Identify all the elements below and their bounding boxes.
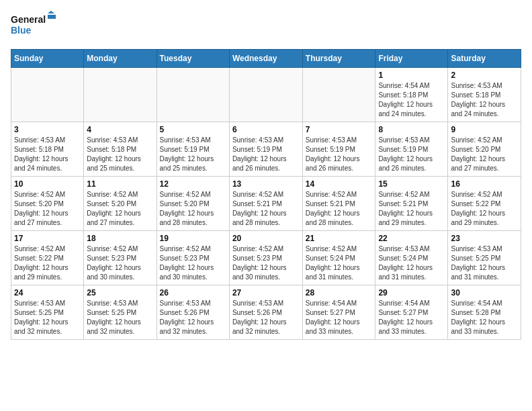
day-number: 15 [378,179,445,189]
calendar-cell: 1Sunrise: 4:54 AMSunset: 5:18 PMDaylight… [375,68,448,122]
day-number: 23 [451,234,518,243]
day-number: 3 [14,125,81,134]
day-info: Sunrise: 4:53 AMSunset: 5:18 PMDaylight:… [87,136,153,173]
day-number: 17 [14,234,81,243]
weekday-header-wednesday: Wednesday [229,50,302,68]
calendar-cell: 21Sunrise: 4:52 AMSunset: 5:24 PMDayligh… [302,231,375,285]
day-info: Sunrise: 4:53 AMSunset: 5:19 PMDaylight:… [378,136,445,173]
day-number: 24 [14,288,81,298]
day-info: Sunrise: 4:52 AMSunset: 5:22 PMDaylight:… [451,190,518,228]
day-info: Sunrise: 4:52 AMSunset: 5:22 PMDaylight:… [14,244,81,282]
calendar-cell: 11Sunrise: 4:52 AMSunset: 5:20 PMDayligh… [84,177,157,231]
page-header: General Blue [11,11,521,41]
day-info: Sunrise: 4:53 AMSunset: 5:24 PMDaylight:… [378,244,445,282]
day-number: 5 [160,125,226,134]
day-number: 7 [306,125,373,134]
logo: General Blue [11,11,58,41]
calendar-cell: 9Sunrise: 4:52 AMSunset: 5:20 PMDaylight… [448,122,521,177]
calendar-cell: 3Sunrise: 4:53 AMSunset: 5:18 PMDaylight… [11,122,84,177]
calendar-cell: 24Sunrise: 4:53 AMSunset: 5:25 PMDayligh… [11,285,84,340]
day-number: 18 [87,234,153,243]
calendar-cell: 13Sunrise: 4:52 AMSunset: 5:21 PMDayligh… [229,177,302,231]
calendar-cell: 18Sunrise: 4:52 AMSunset: 5:23 PMDayligh… [84,231,157,285]
weekday-header-saturday: Saturday [448,50,521,68]
day-info: Sunrise: 4:52 AMSunset: 5:23 PMDaylight:… [160,244,226,282]
day-number: 6 [232,125,300,134]
day-info: Sunrise: 4:53 AMSunset: 5:26 PMDaylight:… [160,299,226,336]
day-info: Sunrise: 4:53 AMSunset: 5:18 PMDaylight:… [14,136,81,173]
logo-svg: General Blue [11,11,58,41]
day-info: Sunrise: 4:52 AMSunset: 5:23 PMDaylight:… [232,244,300,282]
calendar-cell: 27Sunrise: 4:53 AMSunset: 5:26 PMDayligh… [229,285,302,340]
day-info: Sunrise: 4:53 AMSunset: 5:19 PMDaylight:… [232,136,300,173]
day-info: Sunrise: 4:53 AMSunset: 5:25 PMDaylight:… [451,244,518,282]
calendar-cell: 8Sunrise: 4:53 AMSunset: 5:19 PMDaylight… [375,122,448,177]
calendar-cell: 5Sunrise: 4:53 AMSunset: 5:19 PMDaylight… [157,122,229,177]
day-info: Sunrise: 4:54 AMSunset: 5:27 PMDaylight:… [378,299,445,336]
calendar-cell: 15Sunrise: 4:52 AMSunset: 5:21 PMDayligh… [375,177,448,231]
calendar-cell [84,68,157,122]
calendar-cell: 16Sunrise: 4:52 AMSunset: 5:22 PMDayligh… [448,177,521,231]
calendar-cell: 30Sunrise: 4:54 AMSunset: 5:28 PMDayligh… [448,285,521,340]
weekday-header-friday: Friday [375,50,448,68]
day-info: Sunrise: 4:54 AMSunset: 5:28 PMDaylight:… [451,299,518,336]
day-number: 9 [451,125,518,134]
day-info: Sunrise: 4:53 AMSunset: 5:18 PMDaylight:… [451,81,518,119]
calendar-cell [157,68,229,122]
calendar-week-4: 17Sunrise: 4:52 AMSunset: 5:22 PMDayligh… [11,231,521,285]
day-info: Sunrise: 4:52 AMSunset: 5:24 PMDaylight:… [306,244,373,282]
day-info: Sunrise: 4:53 AMSunset: 5:19 PMDaylight:… [306,136,373,173]
day-info: Sunrise: 4:53 AMSunset: 5:26 PMDaylight:… [232,299,300,336]
calendar-cell [302,68,375,122]
day-number: 29 [378,288,445,298]
calendar-cell: 22Sunrise: 4:53 AMSunset: 5:24 PMDayligh… [375,231,448,285]
day-number: 1 [378,71,445,80]
day-info: Sunrise: 4:53 AMSunset: 5:19 PMDaylight:… [160,136,226,173]
calendar-table: SundayMondayTuesdayWednesdayThursdayFrid… [11,49,521,340]
calendar-cell: 12Sunrise: 4:52 AMSunset: 5:20 PMDayligh… [157,177,229,231]
day-info: Sunrise: 4:52 AMSunset: 5:20 PMDaylight:… [14,190,81,228]
calendar-week-1: 1Sunrise: 4:54 AMSunset: 5:18 PMDaylight… [11,68,521,122]
weekday-header-thursday: Thursday [302,50,375,68]
day-number: 12 [160,179,226,189]
day-number: 8 [378,125,445,134]
day-number: 19 [160,234,226,243]
day-info: Sunrise: 4:52 AMSunset: 5:21 PMDaylight:… [232,190,300,228]
day-number: 27 [232,288,300,298]
calendar-cell: 23Sunrise: 4:53 AMSunset: 5:25 PMDayligh… [448,231,521,285]
calendar-cell: 10Sunrise: 4:52 AMSunset: 5:20 PMDayligh… [11,177,84,231]
day-info: Sunrise: 4:52 AMSunset: 5:20 PMDaylight:… [87,190,153,228]
calendar-week-2: 3Sunrise: 4:53 AMSunset: 5:18 PMDaylight… [11,122,521,177]
day-info: Sunrise: 4:52 AMSunset: 5:20 PMDaylight:… [160,190,226,228]
weekday-header-row: SundayMondayTuesdayWednesdayThursdayFrid… [11,50,521,68]
calendar-cell: 29Sunrise: 4:54 AMSunset: 5:27 PMDayligh… [375,285,448,340]
svg-text:General: General [11,14,46,25]
calendar-cell: 4Sunrise: 4:53 AMSunset: 5:18 PMDaylight… [84,122,157,177]
weekday-header-monday: Monday [84,50,157,68]
day-number: 25 [87,288,153,298]
calendar-cell: 14Sunrise: 4:52 AMSunset: 5:21 PMDayligh… [302,177,375,231]
svg-rect-3 [48,15,56,19]
day-info: Sunrise: 4:54 AMSunset: 5:27 PMDaylight:… [306,299,373,336]
calendar-week-5: 24Sunrise: 4:53 AMSunset: 5:25 PMDayligh… [11,285,521,340]
day-number: 20 [232,234,300,243]
day-info: Sunrise: 4:54 AMSunset: 5:18 PMDaylight:… [378,81,445,119]
day-info: Sunrise: 4:52 AMSunset: 5:21 PMDaylight:… [378,190,445,228]
day-number: 11 [87,179,153,189]
day-number: 13 [232,179,300,189]
calendar-cell: 17Sunrise: 4:52 AMSunset: 5:22 PMDayligh… [11,231,84,285]
day-info: Sunrise: 4:52 AMSunset: 5:20 PMDaylight:… [451,136,518,173]
calendar-cell: 25Sunrise: 4:53 AMSunset: 5:25 PMDayligh… [84,285,157,340]
day-number: 22 [378,234,445,243]
calendar-week-3: 10Sunrise: 4:52 AMSunset: 5:20 PMDayligh… [11,177,521,231]
day-number: 28 [306,288,373,298]
svg-marker-2 [48,11,54,13]
day-number: 21 [306,234,373,243]
calendar-cell: 19Sunrise: 4:52 AMSunset: 5:23 PMDayligh… [157,231,229,285]
day-number: 30 [451,288,518,298]
day-info: Sunrise: 4:52 AMSunset: 5:23 PMDaylight:… [87,244,153,282]
calendar-cell: 28Sunrise: 4:54 AMSunset: 5:27 PMDayligh… [302,285,375,340]
day-number: 2 [451,71,518,80]
calendar-cell: 2Sunrise: 4:53 AMSunset: 5:18 PMDaylight… [448,68,521,122]
day-number: 10 [14,179,81,189]
